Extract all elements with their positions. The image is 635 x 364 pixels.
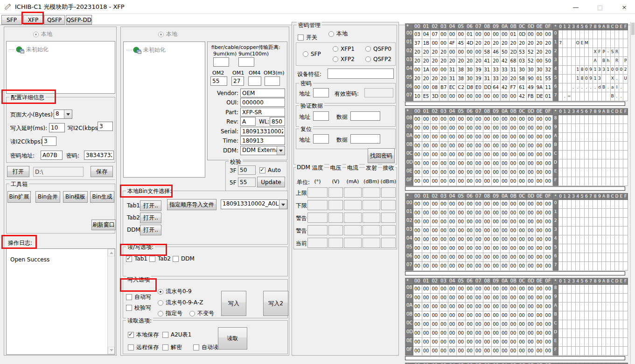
scroll-up-icon[interactable]	[108, 249, 115, 256]
hex-cell[interactable]: 00	[422, 244, 431, 253]
hex-cell[interactable]: 00	[536, 218, 544, 227]
ascii-cell[interactable]	[623, 244, 628, 253]
hex-cell[interactable]: 00	[509, 142, 518, 151]
hex-cell[interactable]: 00	[457, 177, 466, 186]
ascii-cell[interactable]	[580, 159, 584, 168]
hex-cell[interactable]: 00	[544, 329, 553, 338]
hex-cell[interactable]: 01	[466, 30, 475, 39]
ascii-cell[interactable]	[598, 151, 602, 159]
ascii-cell[interactable]: .	[619, 92, 623, 101]
ascii-cell[interactable]	[580, 227, 584, 235]
hex-cell[interactable]: 00	[492, 294, 501, 302]
ascii-cell[interactable]	[558, 92, 563, 101]
hex-cell[interactable]: 00	[544, 244, 553, 253]
hex-cell[interactable]: 00	[466, 262, 475, 271]
ascii-cell[interactable]	[567, 39, 572, 48]
hex-cell[interactable]: 00	[413, 285, 422, 294]
hex-cell[interactable]: 00	[422, 151, 431, 159]
module-radio-xfp2[interactable]: XFP2	[333, 56, 355, 62]
hex-cell[interactable]: 00	[422, 209, 431, 218]
ascii-cell[interactable]	[567, 311, 572, 320]
ascii-cell[interactable]: d	[598, 83, 602, 92]
serial-input[interactable]	[240, 127, 285, 136]
hex-cell[interactable]: 00	[475, 262, 483, 271]
ddm-value-cell[interactable]	[307, 238, 328, 248]
ascii-cell[interactable]	[572, 227, 576, 235]
hex-cell[interactable]: 52	[527, 48, 536, 57]
hex-cell[interactable]: 00	[413, 329, 422, 338]
ascii-cell[interactable]	[623, 235, 628, 244]
hex-cell[interactable]: 00	[483, 302, 492, 311]
hex-cell[interactable]: 20	[448, 57, 457, 66]
hex-cell[interactable]: 00	[492, 124, 501, 133]
hex-cell[interactable]: 00	[475, 159, 483, 168]
ascii-cell[interactable]	[615, 124, 619, 133]
ascii-cell[interactable]	[580, 133, 584, 142]
hex-cell[interactable]: 00	[518, 311, 527, 320]
hex-cell[interactable]: 00	[422, 168, 431, 177]
hex-cell[interactable]: 00	[483, 311, 492, 320]
hex-cell[interactable]: 00	[466, 294, 475, 302]
ascii-cell[interactable]: =	[567, 92, 572, 101]
hex-cell[interactable]: 00	[536, 311, 544, 320]
ascii-cell[interactable]	[567, 133, 572, 142]
hex-cell[interactable]: 00	[544, 338, 553, 347]
ascii-cell[interactable]	[611, 294, 615, 302]
ascii-cell[interactable]	[580, 92, 584, 101]
hex-cell[interactable]: 00	[492, 159, 501, 168]
hex-cell[interactable]: 20	[501, 75, 509, 83]
toolbox-button-4[interactable]: Bin生成	[90, 191, 114, 203]
hex-cell[interactable]: 00	[483, 115, 492, 124]
hex-cell[interactable]: 00	[527, 115, 536, 124]
hex-cell[interactable]: 00	[475, 285, 483, 294]
hex-cell[interactable]: 00	[431, 253, 440, 262]
hex-cell[interactable]: 00	[483, 124, 492, 133]
chevron-down-icon[interactable]	[279, 200, 287, 209]
hex-cell[interactable]: 64	[492, 83, 501, 92]
hex-cell[interactable]: 00	[527, 218, 536, 227]
update-button[interactable]: Update	[257, 177, 285, 187]
ascii-cell[interactable]	[580, 294, 584, 302]
hex-cell[interactable]: 00	[509, 168, 518, 177]
ascii-cell[interactable]	[602, 159, 606, 168]
ascii-cell[interactable]	[567, 177, 572, 186]
hex-cell[interactable]: 00	[448, 159, 457, 168]
ascii-cell[interactable]: 1	[576, 66, 580, 75]
ascii-cell[interactable]	[602, 227, 606, 235]
ascii-cell[interactable]: O	[576, 39, 580, 48]
ascii-cell[interactable]	[563, 115, 567, 124]
hex-cell[interactable]: 00	[492, 338, 501, 347]
ascii-cell[interactable]	[593, 133, 597, 142]
hex-cell[interactable]: 00	[527, 168, 536, 177]
hex-cell[interactable]: 00	[440, 209, 448, 218]
ascii-cell[interactable]: 3	[598, 75, 602, 83]
hex-cell[interactable]: 00	[483, 151, 492, 159]
hex-cell[interactable]: 00	[431, 218, 440, 227]
hex-cell[interactable]: 39	[475, 66, 483, 75]
ascii-cell[interactable]	[589, 235, 593, 244]
hex-cell[interactable]: 00	[509, 92, 518, 101]
hex-cell[interactable]: 33	[492, 66, 501, 75]
hex-cell[interactable]: 00	[466, 133, 475, 142]
hex-cell[interactable]: 53	[518, 48, 527, 57]
read-button[interactable]: 读取	[218, 327, 247, 350]
hex-cell[interactable]: 00	[509, 151, 518, 159]
hex-cell[interactable]: 00	[527, 209, 536, 218]
hex-cell[interactable]: 00	[431, 311, 440, 320]
ascii-cell[interactable]: 8	[580, 66, 584, 75]
ascii-cell[interactable]	[572, 66, 576, 75]
ascii-cell[interactable]	[593, 177, 597, 186]
hex-cell[interactable]: 00	[457, 30, 466, 39]
ascii-cell[interactable]: S	[611, 48, 615, 57]
hex-cell[interactable]: 03	[518, 57, 527, 66]
ascii-cell[interactable]	[567, 320, 572, 329]
hex-cell[interactable]: 9A	[536, 83, 544, 92]
ascii-cell[interactable]	[580, 338, 584, 347]
ascii-cell[interactable]	[602, 347, 606, 356]
hex-cell[interactable]: 00	[440, 294, 448, 302]
ascii-cell[interactable]	[598, 227, 602, 235]
hex-cell[interactable]: 00	[536, 151, 544, 159]
wl-input[interactable]	[270, 117, 285, 126]
bin-open-button-ddm[interactable]: 打开..	[140, 225, 161, 235]
ascii-cell[interactable]	[558, 177, 563, 186]
